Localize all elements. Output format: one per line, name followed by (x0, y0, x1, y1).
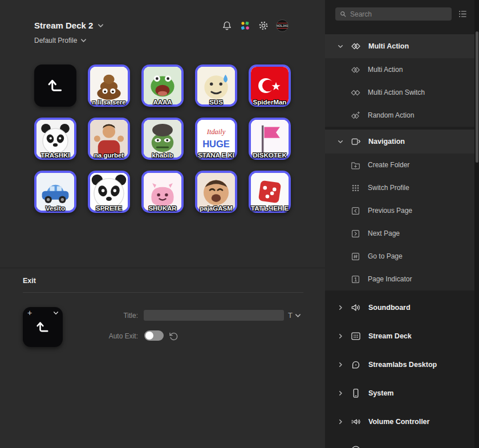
navigation-icon (350, 136, 362, 147)
key-back-folder[interactable] (34, 64, 76, 107)
reset-icon[interactable] (169, 331, 178, 341)
category-navigation[interactable]: Navigation (325, 130, 474, 154)
scrollbar[interactable] (474, 0, 479, 448)
action-multi-action[interactable]: Multi Action (325, 58, 474, 81)
random-action-icon (350, 110, 361, 121)
wrestler-emote (90, 120, 128, 158)
action-label: Multi Action (368, 66, 403, 74)
account-avatar[interactable]: NOLJAS (276, 19, 289, 32)
action-random-action[interactable]: Random Action (325, 104, 474, 127)
chevron-down-icon (338, 45, 343, 49)
font-selector[interactable]: T (288, 311, 301, 320)
themes-colorful-icon[interactable] (240, 20, 251, 31)
list-view-icon[interactable] (458, 9, 468, 19)
streamlabs-icon (350, 359, 362, 370)
header-toolbar: NOLJAS (221, 19, 289, 32)
settings-gear-icon[interactable] (258, 20, 269, 31)
key-татъчен-е[interactable]: ТАТЪЧЕН Е (249, 171, 291, 213)
category-system[interactable]: System (325, 379, 474, 407)
key-n-li-sa-sere[interactable]: n li sa sere (88, 64, 130, 107)
chevron-right-icon (338, 390, 343, 396)
action-multi-action-switch[interactable]: Multi Action Switch (325, 81, 474, 104)
key-na-gurbet[interactable]: na gurbet (88, 118, 130, 160)
toggle-knob (145, 332, 153, 340)
key-spiderman[interactable]: SpiderMan (249, 64, 291, 107)
svg-text:Itdaily: Itdaily (206, 128, 226, 136)
action-label: Page Indicator (368, 275, 412, 283)
auto-exit-label: Auto Exit: (74, 332, 138, 340)
blue-car-emote (36, 173, 74, 211)
category-label: Volume Controller (368, 418, 429, 426)
key-khabib[interactable]: khabib (141, 118, 184, 160)
square-one-icon (350, 274, 361, 285)
profile-name: Default Profile (34, 37, 77, 45)
category-multi-action[interactable]: Multi Action (325, 34, 474, 58)
avatar-text: NOLJAS (277, 23, 289, 29)
action-label: Random Action (368, 111, 414, 119)
action-label: Switch Profile (368, 184, 409, 192)
chevron-down-icon (295, 313, 301, 318)
action-go-to-page[interactable]: Go to Page (325, 245, 474, 268)
action-next-page[interactable]: Next Page (325, 222, 474, 245)
category-item[interactable] (325, 436, 474, 448)
action-previous-page[interactable]: Previous Page (325, 199, 474, 222)
key-pajagasm[interactable]: pajaGASM (195, 171, 237, 213)
action-switch-profile[interactable]: Switch Profile (325, 176, 474, 199)
chevron-down-icon (338, 140, 343, 144)
category-label: Streamlabs Desktop (368, 361, 437, 369)
chevron-right-icon (338, 419, 343, 425)
turkish-flag-emote (251, 67, 289, 104)
device-title: Stream Deck 2 (34, 21, 93, 30)
inspector-rule (23, 292, 303, 293)
key-preview[interactable]: + (23, 307, 63, 347)
notifications-bell-icon[interactable] (221, 20, 233, 31)
key-vesito[interactable]: Vesito (34, 171, 76, 213)
search-input[interactable] (350, 10, 448, 18)
tan-face-emote (197, 173, 235, 211)
key-trashki[interactable]: TRASHKI (34, 118, 76, 160)
switch-profile-icon (350, 183, 361, 193)
square-hash-icon (350, 251, 361, 262)
search-box[interactable] (335, 7, 452, 21)
pink-blob-emote (144, 173, 181, 211)
chevron-down-icon (98, 23, 104, 28)
title-input[interactable] (144, 310, 284, 321)
inspector-divider (0, 268, 325, 268)
category-stream-deck[interactable]: Stream Deck (325, 322, 474, 350)
action-label: Create Folder (368, 161, 409, 169)
category-streamlabs-desktop[interactable]: Streamlabs Desktop (325, 350, 474, 379)
chevron-down-icon[interactable] (53, 311, 59, 315)
pink-flag-emote (251, 120, 289, 158)
device-selector[interactable]: Stream Deck 2 (34, 21, 104, 30)
create-folder-icon (350, 160, 361, 171)
key-grid: n li sa sereAAAASUSSpiderManTRASHKIna gu… (34, 64, 291, 213)
obs-circle-icon (350, 445, 362, 448)
category-label: Stream Deck (368, 332, 412, 340)
key-stana-e-ki[interactable]: ItdailyHUGESTANA E KI (195, 118, 237, 160)
key-diskotek[interactable]: DISKOTEK (249, 118, 291, 160)
category-soundboard[interactable]: Soundboard (325, 293, 474, 322)
actions-sidebar: Multi ActionMulti ActionMulti Action Swi… (325, 0, 479, 448)
volume-controller-icon (350, 416, 362, 427)
action-create-folder[interactable]: Create Folder (325, 154, 474, 176)
action-label: Next Page (368, 229, 400, 237)
profile-selector[interactable]: Default Profile (34, 37, 87, 45)
title-label: Title: (74, 312, 138, 320)
system-icon (350, 388, 362, 399)
key-aaaa[interactable]: AAAA (141, 64, 184, 107)
key-sprete[interactable]: SPRETE (88, 171, 130, 213)
action-list: Multi ActionMulti ActionMulti Action Swi… (325, 30, 474, 448)
inspector-heading: Exit (23, 277, 36, 285)
red-dice-emote (251, 173, 289, 211)
chevron-right-icon (338, 333, 343, 339)
key-sus[interactable]: SUS (195, 64, 237, 107)
stream-deck-app: { "colors": { "key_accent": "#5d5df2", "… (0, 0, 479, 448)
action-page-indicator[interactable]: Page Indicator (325, 268, 474, 290)
auto-exit-toggle[interactable] (144, 330, 164, 341)
category-volume-controller[interactable]: Volume Controller (325, 407, 474, 436)
add-icon[interactable]: + (27, 309, 32, 317)
poop-emote (90, 67, 128, 104)
action-label: Go to Page (368, 252, 403, 260)
scrollbar-thumb[interactable] (476, 31, 478, 163)
key-shukar[interactable]: SHUKAR (141, 171, 184, 213)
